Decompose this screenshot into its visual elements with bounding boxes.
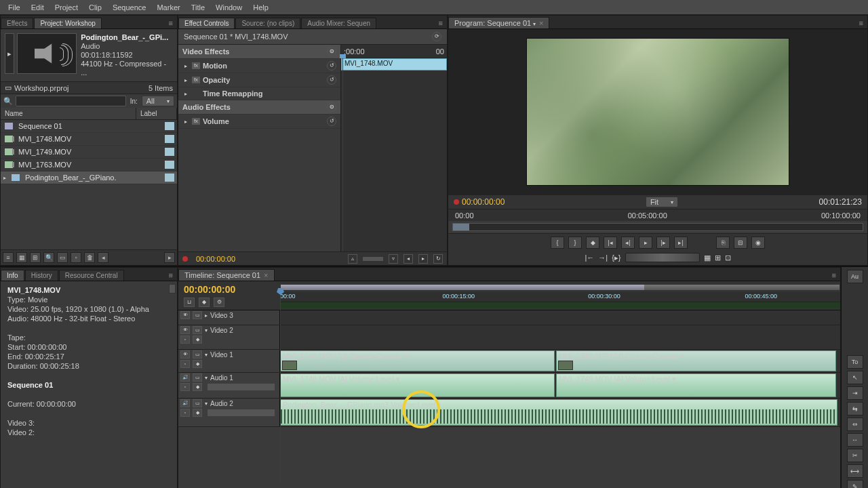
track-option-button[interactable]: ▫ xyxy=(180,409,190,417)
tab-source[interactable]: Source: (no clips) xyxy=(235,18,300,28)
disclosure-icon[interactable]: ▾ xyxy=(205,327,208,333)
panel-menu-icon[interactable]: ≡ xyxy=(165,18,177,28)
track-volume-slider[interactable] xyxy=(208,384,275,390)
lift-button[interactable]: ⎘ xyxy=(716,237,730,249)
go-to-out-button[interactable]: ▸| xyxy=(674,237,688,249)
track-lane-video3[interactable] xyxy=(280,310,840,325)
step-back-button[interactable]: ◂ xyxy=(403,254,413,264)
track-option-button[interactable]: ◆ xyxy=(193,360,202,368)
label-swatch[interactable] xyxy=(165,122,174,130)
tab-history[interactable]: History xyxy=(25,270,58,281)
track-lock-toggle[interactable]: ▭ xyxy=(193,399,202,407)
track-lane-video1[interactable]: MVI_1748.MOV [V] Opacity:Opacity ▾ MVI_1… xyxy=(280,350,840,372)
label-swatch[interactable] xyxy=(165,148,174,156)
track-name-audio1[interactable]: Audio 1 xyxy=(210,374,277,382)
mark-in-button[interactable]: { xyxy=(551,237,564,249)
track-visibility-toggle[interactable]: 👁 xyxy=(180,350,190,359)
rolling-edit-tool[interactable]: ⇔ xyxy=(847,418,863,431)
tools-tab[interactable]: To xyxy=(847,355,863,369)
video-viewport[interactable] xyxy=(448,29,867,195)
timeline-clip[interactable]: MVI_1748.MOV [V] Opacity:Opacity ▾ xyxy=(280,350,555,371)
menu-file[interactable]: File xyxy=(3,2,26,13)
track-lock-toggle[interactable]: ▭ xyxy=(193,373,202,382)
tab-effect-controls[interactable]: Effect Controls xyxy=(178,18,235,28)
scrollbar-thumb[interactable] xyxy=(169,284,176,293)
footer-timecode[interactable]: 00:00:00:00 xyxy=(196,255,235,263)
effect-motion[interactable]: Motion xyxy=(203,62,227,70)
track-select-tool[interactable]: ⇥ xyxy=(847,386,863,400)
panel-menu-icon[interactable]: ≡ xyxy=(828,270,840,281)
track-volume-slider[interactable] xyxy=(208,409,275,416)
tab-timeline[interactable]: Timeline: Sequence 01× xyxy=(178,269,275,281)
menu-title[interactable]: Title xyxy=(186,2,210,13)
rate-stretch-tool[interactable]: ↔ xyxy=(847,433,863,447)
fx-icon[interactable]: fx xyxy=(192,62,200,69)
prev-marker-button[interactable]: |← xyxy=(585,253,594,262)
bin-item-movie[interactable]: MVI_1749.MOV xyxy=(1,146,177,159)
panel-menu-icon[interactable]: ≡ xyxy=(165,270,177,281)
selection-tool[interactable]: ↖ xyxy=(847,371,863,384)
step-back-button[interactable]: ◂| xyxy=(621,237,635,249)
bin-item-sequence[interactable]: Sequence 01 xyxy=(1,120,177,133)
reset-button[interactable]: ↺ xyxy=(327,117,336,126)
track-lane-audio2[interactable]: Podington_Bear_-_GPiano.mp3 Volume:Level… xyxy=(280,399,840,426)
program-timecode[interactable]: 00:00:00:00 xyxy=(462,197,505,207)
fx-icon[interactable]: fx xyxy=(192,77,200,83)
pen-tool[interactable]: ✎ xyxy=(847,480,863,488)
play-button[interactable]: ▸ xyxy=(639,237,652,249)
mark-out-button[interactable]: } xyxy=(568,237,582,249)
disclosure-icon[interactable]: ▾ xyxy=(205,401,208,407)
set-marker-button[interactable]: ◆ xyxy=(586,237,599,249)
tab-program[interactable]: Program: Sequence 01 ▾× xyxy=(448,17,549,28)
output-button[interactable]: ⊞ xyxy=(715,253,721,262)
in-dropdown[interactable]: All xyxy=(142,96,174,106)
zoom-out-button[interactable]: ▵ xyxy=(348,254,357,264)
tab-audio-mixer[interactable]: Audio Mixer: Sequen xyxy=(301,18,376,28)
track-option-button[interactable]: ▫ xyxy=(180,360,190,368)
work-area-bar[interactable] xyxy=(280,284,840,291)
menu-project[interactable]: Project xyxy=(50,2,83,13)
track-name-video3[interactable]: Video 3 xyxy=(210,312,277,319)
menu-window[interactable]: Window xyxy=(210,2,248,13)
loop-button[interactable]: ↻ xyxy=(433,254,443,264)
disclosure-icon[interactable]: ▸ xyxy=(182,63,189,69)
timeline-ruler-area[interactable]: 00:00 00:00:15:00 00:00:30:00 00:00:45:0… xyxy=(280,283,840,308)
track-option-button[interactable]: ◆ xyxy=(193,383,202,391)
track-name-audio2[interactable]: Audio 2 xyxy=(210,400,277,407)
timeline-playhead[interactable] xyxy=(280,289,281,485)
tab-info[interactable]: Info xyxy=(1,270,24,281)
effect-opacity[interactable]: Opacity xyxy=(203,76,230,84)
play-button[interactable]: ▸ xyxy=(418,254,428,264)
snap-button[interactable]: ⊔ xyxy=(184,298,195,307)
effect-time-remapping[interactable]: Time Remapping xyxy=(203,89,262,98)
disclosure-icon[interactable]: ▸ xyxy=(182,77,189,83)
timeline-clip[interactable]: Podington_Bear_-_GPiano.mp3 Volume:Level… xyxy=(280,399,837,426)
next-marker-button[interactable]: →| xyxy=(598,253,608,262)
menu-clip[interactable]: Clip xyxy=(83,2,107,13)
track-lane-video2[interactable] xyxy=(280,325,840,349)
timeline-clip[interactable]: MVI_1748.MOV [A] Volume:Level ▾ xyxy=(280,373,555,397)
show-hide-timeline-button[interactable]: ⟳ xyxy=(432,32,441,41)
bin-item-movie[interactable]: MVI_1748.MOV xyxy=(1,133,177,146)
effect-volume[interactable]: Volume xyxy=(203,117,229,125)
track-lock-toggle[interactable]: ▭ xyxy=(193,350,202,359)
playhead[interactable] xyxy=(342,58,343,251)
search-input[interactable] xyxy=(16,96,126,106)
program-scrubber[interactable] xyxy=(452,223,863,231)
zoom-fit-dropdown[interactable]: Fit xyxy=(646,197,678,207)
effect-timeline[interactable]: :00:0000 MVI_1748.MOV xyxy=(341,45,447,251)
track-mute-toggle[interactable]: 🔊 xyxy=(180,399,190,407)
menu-help[interactable]: Help xyxy=(248,2,274,13)
track-lock-toggle[interactable]: ▭ xyxy=(193,311,202,319)
label-swatch[interactable] xyxy=(165,161,174,169)
time-ruler[interactable]: 00:00 00:00:15:00 00:00:30:00 00:00:45:0… xyxy=(280,292,840,302)
panel-menu-icon[interactable]: ≡ xyxy=(855,18,867,28)
disclosure-icon[interactable]: ▾ xyxy=(205,352,208,358)
reset-button[interactable]: ↺ xyxy=(327,75,336,85)
track-visibility-toggle[interactable]: 👁 xyxy=(180,326,190,334)
bin-item-audio[interactable]: ▸ Podington_Bear_-_GPiano. xyxy=(1,171,177,184)
next-button[interactable]: ▸ xyxy=(164,252,175,263)
menu-marker[interactable]: Marker xyxy=(151,2,185,13)
new-item-button[interactable]: ▫ xyxy=(71,252,81,263)
col-name[interactable]: Name xyxy=(1,108,136,119)
